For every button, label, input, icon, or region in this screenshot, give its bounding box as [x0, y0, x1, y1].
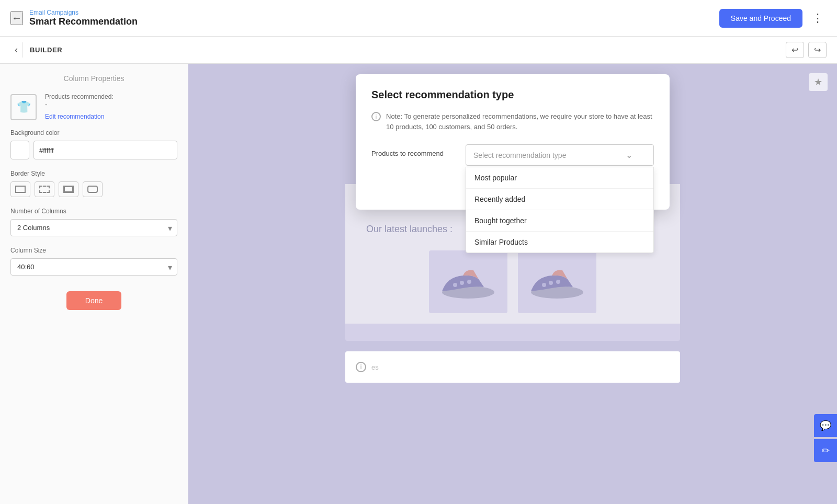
- edit-float-button[interactable]: ✏: [814, 439, 837, 462]
- undo-button[interactable]: ↩: [786, 42, 804, 58]
- page-title: Smart Recommendation: [29, 16, 138, 27]
- modal-note-icon: i: [371, 112, 381, 121]
- more-menu-button[interactable]: ⋮: [809, 8, 827, 28]
- shoe-svg-1: [437, 261, 500, 303]
- column-size-dropdown-wrapper: 40:60 50:50 60:40 ▾: [10, 258, 177, 276]
- right-floating-buttons: 💬 ✏: [814, 414, 837, 462]
- column-size-select[interactable]: 40:60 50:50 60:40: [10, 258, 177, 276]
- svg-point-2: [460, 281, 464, 285]
- modal-form-label: Products to recommend: [371, 144, 455, 157]
- sidebar: Column Properties 👕 Products recommended…: [0, 64, 188, 504]
- shoe-image-1: [429, 250, 507, 313]
- shoe-svg-2: [526, 261, 589, 303]
- modal-form-row: Products to recommend Select recommendat…: [371, 144, 654, 166]
- canvas-area: ★ have launched their most highly antici…: [188, 64, 837, 504]
- border-option-dashed[interactable]: [35, 181, 54, 197]
- chat-float-button[interactable]: 💬: [814, 414, 837, 437]
- column-size-group: Column Size 40:60 50:50 60:40 ▾: [10, 247, 177, 276]
- builder-bar-right: ↩ ↪: [786, 42, 827, 58]
- product-icon-box: 👕: [10, 94, 37, 120]
- email-bottom-block: i es: [345, 351, 680, 383]
- num-columns-select[interactable]: 2 Columns 1 Column 3 Columns: [10, 219, 177, 236]
- svg-point-6: [549, 281, 553, 285]
- shoe-image-2: [518, 250, 596, 313]
- header-right: Save and Proceed ⋮: [719, 8, 827, 28]
- recommendation-dropdown-list: Most popular Recently added Bought toget…: [466, 167, 654, 253]
- num-columns-group: Number of Columns 2 Columns 1 Column 3 C…: [10, 208, 177, 236]
- svg-point-5: [542, 283, 546, 287]
- products-recommended-value: -: [45, 100, 177, 108]
- modal-title: Select recommendation type: [371, 89, 654, 101]
- bottom-block-text: es: [371, 363, 379, 371]
- dropdown-item-similar-products[interactable]: Similar Products: [466, 232, 653, 253]
- dropdown-item-recently-added[interactable]: Recently added: [466, 189, 653, 210]
- save-proceed-button[interactable]: Save and Proceed: [719, 9, 802, 28]
- num-columns-dropdown-wrapper: 2 Columns 1 Column 3 Columns ▾: [10, 219, 177, 236]
- tshirt-icon: 👕: [17, 100, 31, 114]
- done-button[interactable]: Done: [66, 291, 121, 310]
- num-columns-label: Number of Columns: [10, 208, 177, 215]
- border-style-group: Border Style: [10, 170, 177, 197]
- column-size-label: Column Size: [10, 247, 177, 254]
- recommendation-modal: Select recommendation type i Note: To ge…: [356, 74, 670, 210]
- svg-point-1: [453, 283, 457, 287]
- builder-bar-left: ‹ BUILDER: [10, 42, 62, 58]
- modal-note-text: Note: To generate personalized recommend…: [386, 111, 654, 132]
- dropdown-item-most-popular[interactable]: Most popular: [466, 167, 653, 189]
- svg-point-7: [556, 280, 560, 284]
- redo-button[interactable]: ↪: [808, 42, 827, 58]
- breadcrumb-title: Email Campaigns Smart Recommendation: [29, 9, 138, 27]
- color-text-input[interactable]: [33, 141, 177, 159]
- dropdown-item-bought-together[interactable]: Bought together: [466, 210, 653, 232]
- modal-form-right: Select recommendation type ⌄ Most popula…: [466, 144, 654, 166]
- recommendation-type-select[interactable]: Select recommendation type ⌄: [466, 144, 654, 166]
- svg-point-3: [467, 280, 471, 284]
- color-input-row: [10, 141, 177, 159]
- border-option-rounded[interactable]: [83, 181, 103, 197]
- top-header: ← Email Campaigns Smart Recommendation S…: [0, 0, 837, 37]
- header-left: ← Email Campaigns Smart Recommendation: [10, 9, 138, 27]
- products-recommended-label: Products recommended:: [45, 93, 177, 100]
- sidebar-title: Column Properties: [10, 74, 177, 83]
- border-style-options: [10, 181, 177, 197]
- border-option-thick[interactable]: [59, 181, 78, 197]
- chat-icon: 💬: [820, 420, 831, 431]
- builder-bar: ‹ BUILDER ↩ ↪: [0, 37, 837, 64]
- info-icon: i: [356, 362, 366, 372]
- main-layout: Column Properties 👕 Products recommended…: [0, 64, 837, 504]
- select-chevron-icon: ⌄: [626, 150, 632, 160]
- back-button[interactable]: ←: [10, 11, 23, 25]
- background-color-label: Background color: [10, 129, 177, 136]
- builder-label: BUILDER: [30, 46, 62, 54]
- border-style-label: Border Style: [10, 170, 177, 177]
- breadcrumb-link[interactable]: Email Campaigns: [29, 9, 138, 16]
- border-option-solid[interactable]: [10, 181, 30, 197]
- builder-back-button[interactable]: ‹: [10, 42, 22, 58]
- modal-note-row: i Note: To generate personalized recomme…: [371, 111, 654, 132]
- background-color-group: Background color: [10, 129, 177, 159]
- edit-icon: ✏: [822, 445, 830, 456]
- product-info: Products recommended: - Edit recommendat…: [45, 93, 177, 121]
- color-swatch[interactable]: [10, 141, 29, 159]
- edit-recommendation-link[interactable]: Edit recommendation: [45, 113, 104, 120]
- product-placeholder: 👕 Products recommended: - Edit recommend…: [10, 93, 177, 121]
- star-button[interactable]: ★: [809, 73, 828, 91]
- select-placeholder-text: Select recommendation type: [473, 151, 566, 159]
